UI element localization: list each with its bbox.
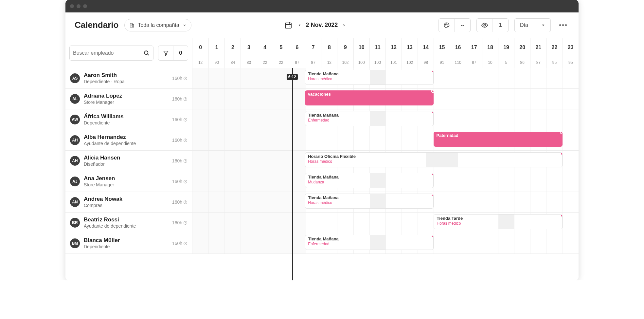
- row-timeline[interactable]: Vacaciones: [192, 89, 579, 109]
- shift-event[interactable]: Tienda MañanaEnfermedad: [305, 235, 434, 250]
- row-timeline[interactable]: Horario Oficina FlexibleHoras médico: [192, 151, 579, 171]
- hour-header-cell: 12: [385, 38, 402, 57]
- clock-icon: [183, 159, 188, 163]
- employee-hours: 160h: [172, 138, 188, 143]
- shift-event[interactable]: Tienda MañanaEnfermedad: [305, 111, 434, 126]
- employee-info-cell[interactable]: BMBlanca MüllerDependiente160h: [65, 233, 192, 253]
- hour-header-cell: 0: [192, 38, 208, 57]
- employee-row: BRBeatriz RossiAyudante de dependiente16…: [65, 213, 579, 233]
- next-day-button[interactable]: [342, 23, 346, 28]
- more-menu-button[interactable]: [557, 22, 569, 28]
- shift-event[interactable]: Tienda MañanaMudanza: [305, 173, 434, 188]
- employee-name: África Williams: [84, 113, 168, 120]
- hour-header-cell: 10: [353, 38, 369, 57]
- filter-count: 0: [173, 50, 188, 56]
- view-select[interactable]: Día: [514, 18, 551, 32]
- hour-header-cell: 20: [514, 38, 530, 57]
- employee-info-cell[interactable]: AWÁfrica WilliamsDependiente160h: [65, 109, 192, 130]
- avatar: BM: [70, 238, 80, 248]
- palette-control[interactable]: --: [438, 18, 471, 32]
- clock-icon: [183, 138, 188, 142]
- date-label: 2 Nov. 2022: [306, 22, 338, 28]
- event-grey-segment: [370, 70, 386, 84]
- employee-info-cell[interactable]: AJAna JensenStore Manager160h: [65, 171, 192, 192]
- hour-count-cell: 110: [450, 57, 466, 68]
- hour-count-cell: 84: [224, 57, 241, 68]
- row-timeline[interactable]: Tienda TardeHoras médico: [192, 213, 579, 233]
- row-timeline[interactable]: Tienda MañanaEnfermedad: [192, 233, 579, 253]
- employee-info-cell[interactable]: ALAdriana LopezStore Manager160h: [65, 89, 192, 109]
- zoom-dot[interactable]: [83, 4, 87, 8]
- palette-value: --: [455, 22, 470, 28]
- event-title: Tienda Mañana: [308, 195, 430, 200]
- employee-name: Alba Hernandez: [84, 134, 168, 141]
- hour-header-cell: 8: [321, 38, 337, 57]
- employee-row: ALAdriana LopezStore Manager160hVacacion…: [65, 89, 579, 109]
- employee-info-cell[interactable]: ASAaron SmithDependiente · Ropa160h: [65, 68, 192, 88]
- svg-point-5: [448, 24, 448, 25]
- hour-count-cell: 102: [337, 57, 353, 68]
- hour-header-cell: 1: [208, 38, 224, 57]
- visibility-control[interactable]: 1: [476, 18, 509, 32]
- hour-header-cell: 18: [482, 38, 498, 57]
- chevron-down-icon: [183, 23, 187, 27]
- employee-role: Dependiente: [84, 120, 168, 126]
- row-timeline[interactable]: Tienda MañanaHoras médico: [192, 68, 579, 88]
- palette-icon: [443, 22, 450, 28]
- event-grey-segment: [498, 215, 514, 229]
- shift-event[interactable]: Vacaciones: [305, 90, 434, 105]
- hour-header-cell: 21: [530, 38, 546, 57]
- clock-icon: [183, 97, 188, 101]
- clock-icon: [183, 76, 188, 81]
- shift-event[interactable]: Tienda MañanaHoras médico: [305, 194, 434, 209]
- svg-point-4: [446, 24, 447, 24]
- shift-event[interactable]: Paternidad: [434, 132, 562, 147]
- calendar-icon[interactable]: [284, 21, 292, 29]
- employee-text: Ana JensenStore Manager: [84, 175, 168, 187]
- window: Calendario Toda la compañía 2 Nov. 2022 …: [65, 0, 579, 280]
- event-title: Tienda Mañana: [308, 175, 430, 180]
- date-nav: 2 Nov. 2022: [298, 22, 346, 28]
- shift-event[interactable]: Tienda MañanaHoras médico: [305, 70, 434, 85]
- event-subtitle: Horas médico: [308, 200, 430, 205]
- employee-info-cell[interactable]: AHAlicia HansenDiseñador160h: [65, 151, 192, 171]
- row-timeline[interactable]: Tienda MañanaEnfermedad: [192, 109, 579, 130]
- shift-event[interactable]: Tienda TardeHoras médico: [434, 214, 562, 229]
- svg-point-8: [144, 51, 148, 54]
- hour-count-cell: 90: [208, 57, 224, 68]
- clock-icon: [183, 179, 188, 184]
- employee-info-cell[interactable]: BRBeatriz RossiAyudante de dependiente16…: [65, 213, 192, 233]
- event-title: Paternidad: [436, 133, 559, 138]
- company-scope-select[interactable]: Toda la compañía: [124, 19, 191, 31]
- row-timeline[interactable]: Tienda MañanaMudanza: [192, 171, 579, 192]
- avatar: BR: [70, 218, 80, 228]
- minimize-dot[interactable]: [77, 4, 80, 8]
- prev-day-button[interactable]: [298, 23, 301, 28]
- employee-role: Store Manager: [84, 182, 168, 188]
- employee-row: AHAlba HernandezAyudante de dependiente1…: [65, 130, 579, 151]
- search-input[interactable]: [73, 50, 141, 56]
- avatar: AH: [70, 135, 80, 145]
- employee-text: África WilliamsDependiente: [84, 113, 168, 125]
- search-icon: [143, 50, 150, 56]
- employee-info-cell[interactable]: ANAndrea NowakCompras160h: [65, 192, 192, 212]
- event-subtitle: Enfermedad: [308, 118, 430, 123]
- close-dot[interactable]: [70, 4, 74, 8]
- event-grey-segment: [370, 111, 386, 126]
- shift-event[interactable]: Horario Oficina FlexibleHoras médico: [305, 152, 563, 167]
- hour-count-cell: 100: [369, 57, 385, 68]
- employee-hours: 160h: [172, 96, 188, 102]
- hour-count-cell: 5: [498, 57, 514, 68]
- search-input-wrapper[interactable]: [69, 46, 153, 61]
- employee-name: Aaron Smith: [84, 72, 168, 79]
- filter-control[interactable]: 0: [158, 46, 188, 61]
- window-titlebar: [65, 0, 579, 12]
- hour-header-cell: 14: [418, 38, 434, 57]
- hour-count-cell: 22: [257, 57, 273, 68]
- employee-row: ANAndrea NowakCompras160hTienda MañanaHo…: [65, 192, 579, 213]
- row-timeline[interactable]: Tienda MañanaHoras médico: [192, 192, 579, 212]
- employee-info-cell[interactable]: AHAlba HernandezAyudante de dependiente1…: [65, 130, 192, 150]
- current-time-line: [292, 68, 293, 280]
- row-timeline[interactable]: Paternidad: [192, 130, 579, 150]
- employee-name: Blanca Müller: [84, 237, 168, 244]
